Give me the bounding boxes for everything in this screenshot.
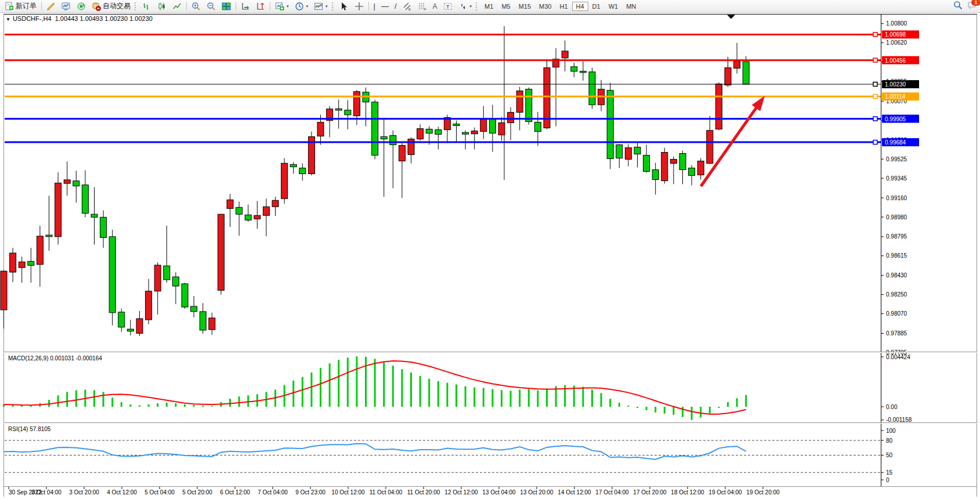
candle (182, 284, 188, 307)
candle (345, 110, 351, 115)
line-chart-button[interactable] (169, 0, 185, 12)
candle (227, 200, 233, 208)
candle (571, 67, 577, 71)
candle (236, 207, 243, 214)
zoom-out-button[interactable] (204, 0, 219, 12)
timeframe-d1[interactable]: D1 (588, 2, 605, 11)
separator (368, 2, 369, 10)
timeframe-m15[interactable]: M15 (515, 2, 535, 11)
time-label: 17 Oct 20:00 (633, 489, 667, 496)
timeframe-m1[interactable]: M1 (480, 2, 497, 11)
cursor-button[interactable] (337, 0, 352, 12)
candle (172, 277, 179, 286)
trendline-button[interactable]: / (392, 0, 400, 12)
candle (10, 253, 16, 272)
candle (372, 102, 378, 156)
price-badge-anchor (873, 140, 877, 144)
timeframe-mn[interactable]: MN (622, 2, 640, 11)
search-icon[interactable] (953, 1, 963, 10)
horizontal-line-button[interactable]: — (378, 0, 392, 12)
new-order-label: 新订单 (16, 1, 37, 11)
new-chart-button[interactable]: ▾ (272, 0, 292, 12)
chart-window[interactable]: 1.008001.006201.004401.002551.000700.998… (0, 13, 980, 499)
candle (526, 89, 532, 122)
candle (299, 168, 306, 174)
candle (55, 183, 62, 236)
candle (73, 181, 79, 186)
trendline-icon: / (395, 2, 397, 10)
macd-axis-label: -0.001158 (886, 417, 912, 423)
terminal-button[interactable] (59, 0, 74, 12)
candle (580, 71, 586, 73)
candle (390, 136, 396, 145)
chart-shift-button[interactable] (253, 0, 268, 12)
notifications[interactable]: 1 (967, 1, 977, 10)
time-label: 14 Oct 12:00 (558, 489, 591, 496)
rsi-axis-label: 80 (886, 437, 893, 444)
price-badge-anchor (873, 58, 877, 62)
arrows-button[interactable]: ▾ (455, 0, 475, 12)
arrows-icon (458, 2, 468, 11)
channel-button[interactable]: E (400, 0, 415, 12)
market-watch-button[interactable] (74, 0, 89, 12)
candle (118, 312, 125, 327)
timeframe-h4[interactable]: H4 (572, 2, 588, 11)
profiles-button[interactable]: ▾ (292, 0, 312, 12)
candlestick-chart-button[interactable] (154, 0, 169, 12)
tile-windows-button[interactable] (219, 0, 234, 12)
price-tick-label: 0.98430 (886, 272, 907, 279)
text-button[interactable]: A (430, 0, 440, 12)
autotrading-icon (92, 2, 101, 11)
text-label-icon: T (443, 2, 453, 11)
profiles-clock-icon (295, 2, 304, 11)
candle (209, 318, 215, 330)
candle (670, 160, 677, 164)
time-label: 13 Oct 04:00 (482, 489, 516, 496)
time-label: 6 Oct 12:00 (220, 489, 250, 496)
price-badge-label: 0.99684 (885, 139, 906, 146)
time-label: 19 Oct 20:00 (746, 489, 780, 496)
auto-scroll-icon (241, 2, 250, 11)
price-tick-label: 0.99345 (886, 175, 907, 182)
auto-scroll-button[interactable] (238, 0, 253, 12)
candle (652, 170, 659, 180)
rsi-line (4, 444, 746, 460)
zoom-in-button[interactable] (189, 0, 204, 12)
bar-chart-button[interactable] (139, 0, 154, 12)
candle (290, 165, 296, 167)
fibonacci-button[interactable]: F (415, 0, 430, 12)
candle (725, 68, 731, 85)
chart-canvas[interactable]: 1.008001.006201.004401.002551.000700.998… (0, 13, 980, 499)
candle (335, 109, 342, 110)
candle (634, 147, 641, 154)
metaeditor-button[interactable] (44, 0, 59, 12)
vertical-line-button[interactable]: | (371, 0, 378, 12)
autotrading-label: 自动交易 (103, 1, 131, 11)
ohlc-values: 1.00443 1.00493 1.00230 1.00230 (55, 15, 153, 22)
candle (263, 207, 269, 215)
toolbar-grip (476, 2, 479, 10)
crosshair-button[interactable] (352, 0, 367, 12)
timeframe-m5[interactable]: M5 (497, 2, 514, 11)
rsi-label: RSI(14) 57.8105 (8, 426, 50, 432)
chart-shift-marker[interactable] (727, 15, 735, 19)
timeframe-h1[interactable]: H1 (555, 2, 572, 11)
text-label-button[interactable]: T (440, 0, 455, 12)
chevron-down-icon: ▾ (470, 4, 472, 9)
price-tick-label: 1.00620 (886, 39, 907, 46)
indicators-button[interactable]: ▾ (311, 0, 331, 12)
market-watch-icon (77, 2, 86, 11)
new-order-button[interactable]: 新订单 (2, 0, 39, 12)
chevron-down-icon: ▾ (326, 4, 328, 9)
rsi-axis-label: 15 (886, 469, 893, 476)
price-tick-label: 0.99525 (886, 156, 907, 162)
price-tick-label: 0.98615 (886, 252, 907, 259)
autotrading-button[interactable]: 自动交易 (89, 0, 133, 12)
chart-menu-icon[interactable]: ▼ (6, 17, 10, 22)
zoom-out-icon (207, 2, 216, 11)
timeframe-w1[interactable]: W1 (605, 2, 623, 11)
timeframe-m30[interactable]: M30 (535, 2, 555, 11)
trend-arrow-head[interactable] (752, 96, 765, 111)
separator (41, 2, 42, 10)
candle (28, 261, 34, 265)
